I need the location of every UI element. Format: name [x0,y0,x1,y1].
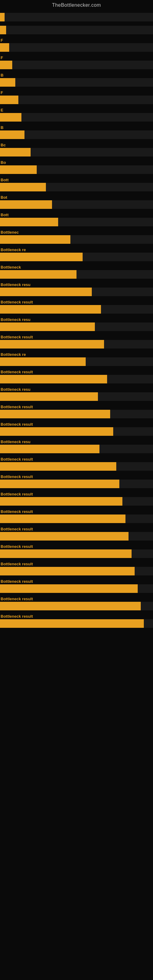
bar-bg-22 [0,392,153,401]
bar-row-17: Bottleneck result [0,300,153,313]
bar-fill-22 [0,392,98,401]
bar-row-7: B [0,125,153,139]
bar-bg-23 [0,410,153,418]
bar-row-30: Bottleneck result [0,527,153,541]
bar-label-23: Bottleneck result [0,404,153,409]
bar-bg-26 [0,462,153,471]
bar-bg-34 [0,602,153,610]
bar-label-7: B [0,125,153,130]
bar-bg-15 [0,270,153,279]
bar-fill-25 [0,445,99,453]
bar-bg-16 [0,288,153,296]
bar-fill-21 [0,375,107,383]
bar-fill-0 [0,13,5,21]
bar-fill-15 [0,270,76,279]
bar-label-10: Bott [0,178,153,182]
bar-bg-18 [0,323,153,331]
bar-bg-21 [0,375,153,383]
bar-label-2: F [0,38,153,43]
bar-row-21: Bottleneck result [0,370,153,383]
bar-fill-18 [0,323,95,331]
bar-bg-13 [0,235,153,244]
bar-label-15: Bottleneck [0,265,153,269]
bar-bg-29 [0,514,153,523]
bar-fill-34 [0,602,141,610]
bar-row-29: Bottleneck result [0,509,153,523]
bar-bg-31 [0,549,153,558]
bar-bg-32 [0,567,153,576]
bar-row-24: Bottleneck result [0,422,153,436]
bar-bg-19 [0,340,153,348]
bar-label-30: Bottleneck result [0,527,153,531]
bar-label-3: F [0,56,153,60]
bar-fill-1 [0,26,6,34]
bar-bg-0 [0,13,153,21]
bar-fill-31 [0,549,132,558]
bar-fill-13 [0,235,70,244]
bar-fill-24 [0,427,113,436]
bar-fill-2 [0,43,9,52]
bar-fill-20 [0,357,86,366]
bar-row-23: Bottleneck result [0,404,153,418]
bar-label-21: Bottleneck result [0,370,153,374]
bar-fill-9 [0,165,37,174]
bar-row-2: F [0,38,153,52]
bar-row-28: Bottleneck result [0,492,153,506]
bar-fill-7 [0,130,24,139]
bar-row-16: Bottleneck resu [0,282,153,296]
bar-fill-26 [0,462,116,471]
bar-label-13: Bottlenec [0,230,153,235]
bar-row-32: Bottleneck result [0,562,153,576]
bar-fill-10 [0,183,46,191]
bar-label-14: Bottleneck re [0,247,153,252]
bar-label-26: Bottleneck result [0,457,153,461]
bar-bg-5 [0,95,153,104]
bar-bg-28 [0,497,153,506]
bar-row-12: Bott [0,213,153,226]
bar-row-5: F [0,90,153,104]
bar-fill-19 [0,340,104,348]
bar-bg-24 [0,427,153,436]
bar-fill-5 [0,95,18,104]
bar-row-18: Bottleneck resu [0,317,153,331]
bar-bg-7 [0,130,153,139]
site-title: TheBottlenecker.com [0,0,153,9]
bar-bg-6 [0,113,153,122]
bar-label-33: Bottleneck result [0,579,153,584]
bar-fill-33 [0,584,138,593]
bar-row-31: Bottleneck result [0,544,153,558]
bar-fill-16 [0,288,92,296]
bar-label-11: Bot [0,195,153,200]
bar-row-8: Bc [0,143,153,156]
bar-row-13: Bottlenec [0,230,153,244]
bar-label-25: Bottleneck resu [0,439,153,444]
bar-bg-33 [0,584,153,593]
bar-label-29: Bottleneck result [0,509,153,514]
bar-label-28: Bottleneck result [0,492,153,496]
bar-label-4: B [0,73,153,78]
bar-bg-10 [0,183,153,191]
bar-bg-11 [0,200,153,209]
bar-row-25: Bottleneck resu [0,439,153,453]
bar-fill-30 [0,532,129,541]
bar-row-1 [0,25,153,34]
bar-fill-12 [0,218,58,226]
bar-label-24: Bottleneck result [0,422,153,426]
bar-label-12: Bott [0,213,153,217]
bar-fill-17 [0,305,101,313]
bar-bg-35 [0,619,153,628]
bar-fill-3 [0,60,12,69]
bar-fill-6 [0,113,21,122]
bar-bg-8 [0,148,153,156]
bar-label-32: Bottleneck result [0,562,153,566]
bar-fill-28 [0,497,123,506]
bar-row-26: Bottleneck result [0,457,153,471]
bar-label-5: F [0,90,153,95]
bar-row-19: Bottleneck result [0,335,153,348]
bar-label-22: Bottleneck resu [0,387,153,392]
bar-row-3: F [0,56,153,69]
bar-label-19: Bottleneck result [0,335,153,339]
site-title-container: TheBottlenecker.com [0,0,153,9]
bar-bg-27 [0,480,153,488]
bar-label-16: Bottleneck resu [0,282,153,287]
